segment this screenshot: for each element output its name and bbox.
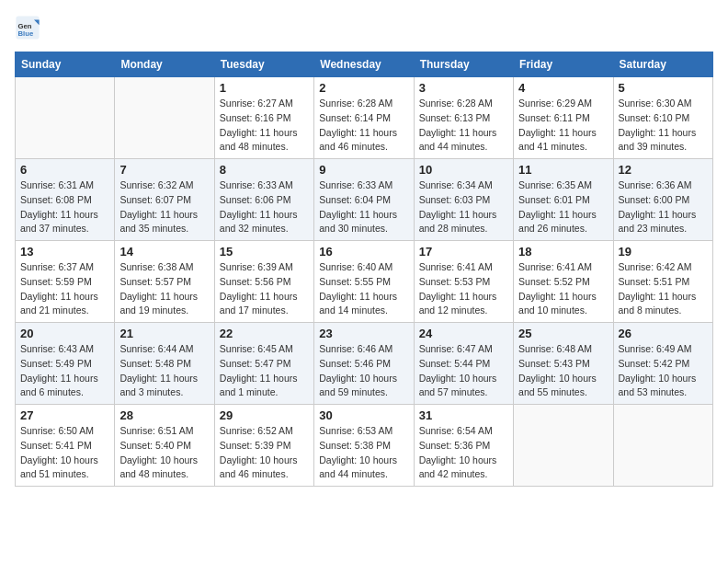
- day-number: 27: [20, 408, 109, 422]
- calendar-cell: 18Sunrise: 6:41 AMSunset: 5:52 PMDayligh…: [514, 241, 613, 323]
- calendar-cell: 5Sunrise: 6:30 AMSunset: 6:10 PMDaylight…: [613, 77, 712, 159]
- calendar-cell: 20Sunrise: 6:43 AMSunset: 5:49 PMDayligh…: [16, 323, 115, 405]
- calendar-cell: 9Sunrise: 6:33 AMSunset: 6:04 PMDaylight…: [314, 159, 414, 241]
- day-number: 30: [319, 408, 408, 422]
- weekday-header: Thursday: [414, 52, 513, 77]
- calendar-week-row: 27Sunrise: 6:50 AMSunset: 5:41 PMDayligh…: [16, 405, 713, 487]
- day-info: Sunrise: 6:47 AMSunset: 5:44 PMDaylight:…: [419, 342, 508, 400]
- day-number: 2: [319, 81, 408, 95]
- calendar-cell: 21Sunrise: 6:44 AMSunset: 5:48 PMDayligh…: [115, 323, 214, 405]
- calendar-cell: 16Sunrise: 6:40 AMSunset: 5:55 PMDayligh…: [314, 241, 414, 323]
- weekday-header: Tuesday: [214, 52, 313, 77]
- day-info: Sunrise: 6:49 AMSunset: 5:42 PMDaylight:…: [619, 342, 708, 400]
- calendar-cell: 2Sunrise: 6:28 AMSunset: 6:14 PMDaylight…: [314, 77, 414, 159]
- calendar-cell: 17Sunrise: 6:41 AMSunset: 5:53 PMDayligh…: [414, 241, 513, 323]
- day-info: Sunrise: 6:52 AMSunset: 5:39 PMDaylight:…: [220, 424, 309, 482]
- day-info: Sunrise: 6:41 AMSunset: 5:53 PMDaylight:…: [419, 260, 508, 318]
- day-number: 24: [419, 327, 508, 340]
- day-info: Sunrise: 6:46 AMSunset: 5:46 PMDaylight:…: [319, 342, 408, 400]
- calendar-week-row: 20Sunrise: 6:43 AMSunset: 5:49 PMDayligh…: [16, 323, 713, 405]
- day-info: Sunrise: 6:36 AMSunset: 6:00 PMDaylight:…: [619, 178, 708, 236]
- day-info: Sunrise: 6:38 AMSunset: 5:57 PMDaylight:…: [119, 260, 209, 318]
- calendar-cell: 4Sunrise: 6:29 AMSunset: 6:11 PMDaylight…: [514, 77, 613, 159]
- calendar-week-row: 13Sunrise: 6:37 AMSunset: 5:59 PMDayligh…: [16, 241, 713, 323]
- day-info: Sunrise: 6:28 AMSunset: 6:13 PMDaylight:…: [419, 97, 508, 155]
- day-info: Sunrise: 6:34 AMSunset: 6:03 PMDaylight:…: [419, 178, 508, 236]
- weekday-header: Monday: [115, 52, 214, 77]
- day-number: 19: [619, 245, 708, 259]
- day-info: Sunrise: 6:53 AMSunset: 5:38 PMDaylight:…: [319, 424, 408, 482]
- logo: Gen Blue: [15, 15, 44, 40]
- day-number: 14: [119, 245, 209, 259]
- calendar-cell: 22Sunrise: 6:45 AMSunset: 5:47 PMDayligh…: [214, 323, 313, 405]
- day-number: 6: [20, 163, 109, 177]
- day-number: 21: [119, 327, 209, 340]
- day-number: 23: [319, 327, 408, 340]
- day-number: 1: [220, 81, 309, 95]
- day-number: 22: [220, 327, 309, 340]
- calendar-cell: 7Sunrise: 6:32 AMSunset: 6:07 PMDaylight…: [115, 159, 214, 241]
- page-header: Gen Blue: [15, 15, 713, 40]
- calendar-cell: 24Sunrise: 6:47 AMSunset: 5:44 PMDayligh…: [414, 323, 513, 405]
- day-info: Sunrise: 6:54 AMSunset: 5:36 PMDaylight:…: [419, 424, 508, 482]
- day-number: 25: [518, 327, 608, 340]
- calendar-cell: 1Sunrise: 6:27 AMSunset: 6:16 PMDaylight…: [214, 77, 313, 159]
- day-info: Sunrise: 6:51 AMSunset: 5:40 PMDaylight:…: [119, 424, 209, 482]
- calendar-cell: 3Sunrise: 6:28 AMSunset: 6:13 PMDaylight…: [414, 77, 513, 159]
- day-info: Sunrise: 6:28 AMSunset: 6:14 PMDaylight:…: [319, 97, 408, 155]
- day-info: Sunrise: 6:50 AMSunset: 5:41 PMDaylight:…: [20, 424, 109, 482]
- calendar-cell: 31Sunrise: 6:54 AMSunset: 5:36 PMDayligh…: [414, 405, 513, 487]
- calendar-cell: [514, 405, 613, 487]
- day-info: Sunrise: 6:48 AMSunset: 5:43 PMDaylight:…: [518, 342, 608, 400]
- day-info: Sunrise: 6:40 AMSunset: 5:55 PMDaylight:…: [319, 260, 408, 318]
- day-info: Sunrise: 6:29 AMSunset: 6:11 PMDaylight:…: [518, 97, 608, 155]
- day-info: Sunrise: 6:27 AMSunset: 6:16 PMDaylight:…: [220, 97, 309, 155]
- calendar-cell: 28Sunrise: 6:51 AMSunset: 5:40 PMDayligh…: [115, 405, 214, 487]
- day-info: Sunrise: 6:37 AMSunset: 5:59 PMDaylight:…: [20, 260, 109, 318]
- calendar-cell: 13Sunrise: 6:37 AMSunset: 5:59 PMDayligh…: [16, 241, 115, 323]
- calendar-cell: 30Sunrise: 6:53 AMSunset: 5:38 PMDayligh…: [314, 405, 414, 487]
- calendar-week-row: 1Sunrise: 6:27 AMSunset: 6:16 PMDaylight…: [16, 77, 713, 159]
- calendar-cell: 6Sunrise: 6:31 AMSunset: 6:08 PMDaylight…: [16, 159, 115, 241]
- day-info: Sunrise: 6:33 AMSunset: 6:06 PMDaylight:…: [220, 178, 309, 236]
- day-number: 9: [319, 163, 408, 177]
- calendar-cell: 27Sunrise: 6:50 AMSunset: 5:41 PMDayligh…: [16, 405, 115, 487]
- calendar-cell: [115, 77, 214, 159]
- day-number: 13: [20, 245, 109, 259]
- calendar-cell: 8Sunrise: 6:33 AMSunset: 6:06 PMDaylight…: [214, 159, 313, 241]
- weekday-header: Friday: [514, 52, 613, 77]
- weekday-header: Saturday: [613, 52, 712, 77]
- day-number: 28: [119, 408, 209, 422]
- day-number: 8: [220, 163, 309, 177]
- day-number: 16: [319, 245, 408, 259]
- calendar-cell: 26Sunrise: 6:49 AMSunset: 5:42 PMDayligh…: [613, 323, 712, 405]
- day-number: 3: [419, 81, 508, 95]
- day-number: 5: [619, 81, 708, 95]
- day-number: 17: [419, 245, 508, 259]
- calendar-week-row: 6Sunrise: 6:31 AMSunset: 6:08 PMDaylight…: [16, 159, 713, 241]
- day-info: Sunrise: 6:41 AMSunset: 5:52 PMDaylight:…: [518, 260, 608, 318]
- day-number: 29: [220, 408, 309, 422]
- day-number: 7: [119, 163, 209, 177]
- calendar-header-row: SundayMondayTuesdayWednesdayThursdayFrid…: [16, 52, 713, 77]
- day-info: Sunrise: 6:44 AMSunset: 5:48 PMDaylight:…: [119, 342, 209, 400]
- day-number: 20: [20, 327, 109, 340]
- day-number: 11: [518, 163, 608, 177]
- calendar-cell: 12Sunrise: 6:36 AMSunset: 6:00 PMDayligh…: [613, 159, 712, 241]
- day-info: Sunrise: 6:45 AMSunset: 5:47 PMDaylight:…: [220, 342, 309, 400]
- day-number: 18: [518, 245, 608, 259]
- day-number: 26: [619, 327, 708, 340]
- day-info: Sunrise: 6:32 AMSunset: 6:07 PMDaylight:…: [119, 178, 209, 236]
- calendar-cell: 14Sunrise: 6:38 AMSunset: 5:57 PMDayligh…: [115, 241, 214, 323]
- calendar-cell: 19Sunrise: 6:42 AMSunset: 5:51 PMDayligh…: [613, 241, 712, 323]
- day-info: Sunrise: 6:33 AMSunset: 6:04 PMDaylight:…: [319, 178, 408, 236]
- logo-icon: Gen Blue: [15, 15, 40, 40]
- day-number: 12: [619, 163, 708, 177]
- calendar-cell: [16, 77, 115, 159]
- calendar-cell: 10Sunrise: 6:34 AMSunset: 6:03 PMDayligh…: [414, 159, 513, 241]
- day-number: 15: [220, 245, 309, 259]
- day-info: Sunrise: 6:39 AMSunset: 5:56 PMDaylight:…: [220, 260, 309, 318]
- calendar-cell: [613, 405, 712, 487]
- day-info: Sunrise: 6:31 AMSunset: 6:08 PMDaylight:…: [20, 178, 109, 236]
- calendar-cell: 29Sunrise: 6:52 AMSunset: 5:39 PMDayligh…: [214, 405, 313, 487]
